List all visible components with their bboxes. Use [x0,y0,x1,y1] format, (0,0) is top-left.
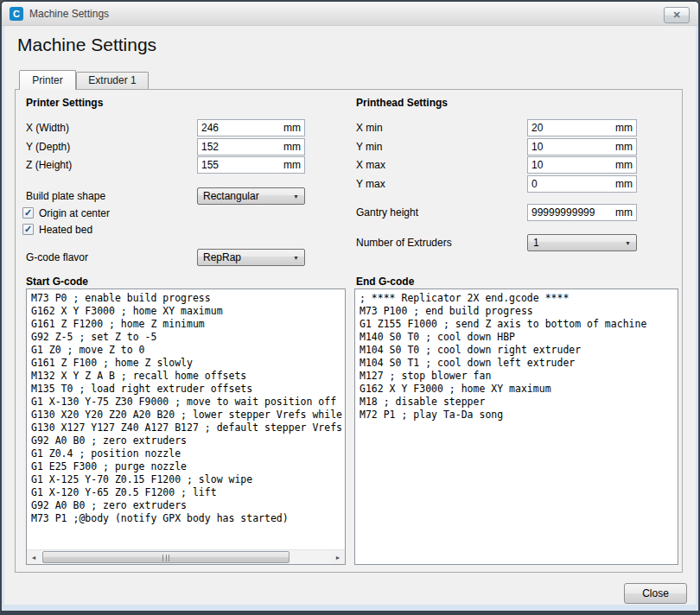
y-depth-label: Y (Depth) [26,138,70,155]
gcode-flavor-dropdown[interactable]: RepRap ▼ [197,249,305,266]
tab-printer[interactable]: Printer [19,70,76,90]
scrollbar-thumb[interactable] [42,551,290,563]
scroll-left-icon: ◄ [31,555,37,561]
y-depth-unit: mm [283,141,304,153]
start-gcode-title: Start G-code [26,276,88,288]
y-min-field[interactable]: mm [527,138,637,155]
printer-settings-title: Printer Settings [26,97,103,109]
start-gcode-hscrollbar[interactable]: ◄ ► [27,549,345,564]
y-min-label: Y min [356,138,382,155]
chevron-down-icon: ▼ [293,255,299,261]
x-min-label: X min [356,119,383,136]
y-max-unit: mm [615,178,636,190]
dialog-body: Machine Settings Printer Extruder 1 Prin… [2,26,698,611]
x-max-input[interactable] [528,159,615,171]
scrollbar-grip [162,555,169,561]
y-max-field[interactable]: mm [527,175,637,193]
chevron-down-icon: ▼ [625,240,631,246]
y-max-input[interactable] [528,178,615,190]
y-depth-input[interactable] [198,141,283,153]
scroll-right-icon: ► [335,555,341,561]
x-min-field[interactable]: mm [527,119,637,136]
dialog-content: Machine Settings Printer Extruder 1 Prin… [4,26,696,605]
x-width-field[interactable]: mm [197,119,305,136]
scroll-left-button[interactable]: ◄ [27,550,41,564]
printhead-settings-title: Printhead Settings [356,97,448,109]
start-gcode-textarea[interactable]: M73 P0 ; enable build progress G162 X Y … [27,289,345,549]
x-max-field[interactable]: mm [527,156,637,174]
check-icon: ✓ [24,207,32,219]
heated-bed-checkbox[interactable]: ✓ [22,224,34,235]
build-plate-shape-value: Rectangular [203,190,259,202]
origin-at-center-checkbox[interactable]: ✓ [22,207,34,219]
z-height-unit: mm [283,159,304,171]
gantry-height-field[interactable]: mm [527,204,637,221]
end-gcode-box: ; **** Replicator 2X end.gcode **** M73 … [354,288,678,565]
gantry-height-unit: mm [615,206,636,219]
origin-at-center-label: Origin at center [39,205,110,222]
x-min-input[interactable] [528,122,615,134]
end-gcode-title: End G-code [356,276,414,288]
build-plate-shape-label: Build plate shape [26,187,105,205]
window-title: Machine Settings [29,8,109,20]
page-title: Machine Settings [17,35,156,55]
gcode-flavor-label: G-code flavor [26,249,88,266]
window-titlebar[interactable]: C Machine Settings ✕ [2,2,698,26]
gcode-flavor-value: RepRap [203,251,241,263]
build-plate-shape-dropdown[interactable]: Rectangular ▼ [197,187,305,205]
check-icon: ✓ [24,224,32,235]
number-of-extruders-value: 1 [533,237,539,249]
close-icon: ✕ [672,10,680,21]
window-close-button[interactable]: ✕ [664,7,690,23]
heated-bed-label: Heated bed [39,221,92,238]
z-height-input[interactable] [198,159,283,171]
cura-app-icon: C [10,7,23,21]
number-of-extruders-label: Number of Extruders [356,234,452,251]
y-depth-field[interactable]: mm [197,138,305,155]
x-max-unit: mm [615,159,636,171]
end-gcode-textarea[interactable]: ; **** Replicator 2X end.gcode **** M73 … [355,289,678,564]
close-button[interactable]: Close [624,583,687,604]
gantry-height-label: Gantry height [356,204,418,221]
tab-extruder-1[interactable]: Extruder 1 [76,72,149,89]
start-gcode-box: M73 P0 ; enable build progress G162 X Y … [26,288,346,565]
z-height-field[interactable]: mm [197,156,305,174]
number-of-extruders-dropdown[interactable]: 1 ▼ [527,234,637,251]
chevron-down-icon: ▼ [293,193,299,200]
y-min-input[interactable] [528,141,615,153]
y-max-label: Y max [356,175,385,193]
x-width-label: X (Width) [26,119,69,136]
x-width-unit: mm [283,122,304,134]
scrollbar-track[interactable] [41,550,331,564]
x-max-label: X max [356,156,385,174]
gantry-height-input[interactable] [528,206,615,219]
scroll-right-button[interactable]: ► [331,550,345,564]
x-width-input[interactable] [198,122,283,134]
machine-settings-window: C Machine Settings ✕ Machine Settings Pr… [0,0,700,615]
x-min-unit: mm [615,122,636,134]
z-height-label: Z (Height) [26,156,72,174]
y-min-unit: mm [615,141,636,153]
